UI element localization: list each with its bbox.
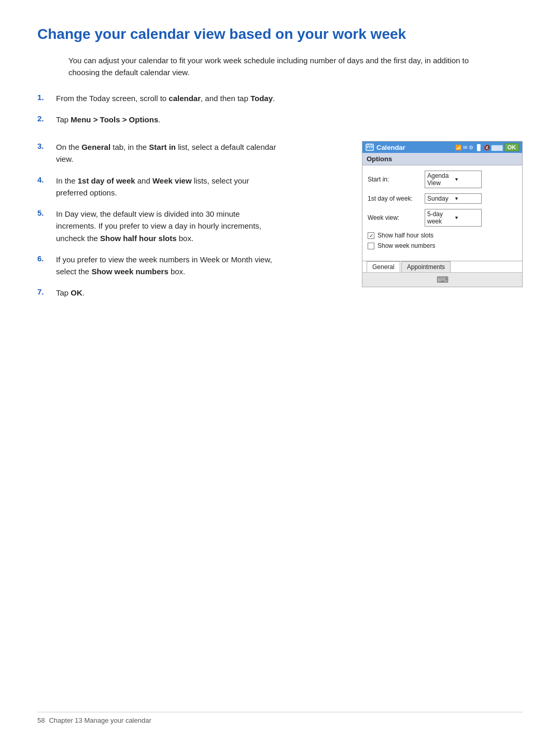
tab-appointments[interactable]: Appointments — [401, 261, 451, 272]
steps-with-screenshot: 3. On the General tab, in the Start in l… — [37, 141, 523, 308]
titlebar-left: Calendar — [366, 143, 405, 151]
svg-rect-5 — [369, 147, 370, 148]
page-footer: 58 Chapter 13 Manage your calendar — [37, 712, 523, 724]
step-content-2: Tap Menu > Tools > Options. — [56, 114, 160, 125]
checkbox-label-half-hour: Show half hour slots — [377, 232, 433, 239]
option-row-first-day: 1st day of week: Sunday ▼ — [368, 193, 517, 204]
option-select-start-in[interactable]: Agenda View ▼ — [425, 171, 482, 188]
checkbox-week-numbers[interactable] — [368, 243, 374, 249]
step-content-3: On the General tab, in the Start in list… — [56, 141, 279, 165]
step-number-5: 5. — [37, 208, 56, 217]
volume-icon: 🔇 — [484, 145, 490, 150]
steps-1-2: 1. From the Today screen, scroll to cale… — [37, 92, 523, 126]
ok-button[interactable]: OK — [505, 143, 520, 151]
option-select-first-day[interactable]: Sunday ▼ — [425, 193, 482, 204]
checkbox-label-week-numbers: Show week numbers — [377, 242, 435, 249]
step-content-4: In the 1st day of week and Week view lis… — [56, 175, 279, 199]
step-number-4: 4. — [37, 175, 56, 184]
checkbox-row-half-hour: Show half hour slots — [368, 232, 517, 239]
step-number-3: 3. — [37, 141, 56, 150]
option-label-start-in: Start in: — [368, 176, 425, 183]
tabs-row: General Appointments — [362, 261, 522, 272]
titlebar-app-name: Calendar — [376, 144, 405, 151]
checkbox-half-hour[interactable] — [368, 232, 374, 239]
signal-bars: ▐▌ — [475, 144, 482, 150]
option-value-week-view: 5-day week — [427, 210, 452, 225]
option-label-first-day: 1st day of week: — [368, 195, 425, 202]
option-value-start-in: Agenda View — [427, 172, 452, 187]
checkbox-row-week-numbers: Show week numbers — [368, 242, 517, 249]
step-number-7: 7. — [37, 287, 56, 296]
page-title: Change your calendar view based on your … — [37, 25, 523, 43]
step-content-1: From the Today screen, scroll to calenda… — [56, 92, 275, 104]
step-7: 7. Tap OK. — [37, 287, 346, 299]
options-body: Start in: Agenda View ▼ 1st day of week:… — [362, 165, 522, 256]
option-value-first-day: Sunday — [427, 195, 452, 202]
email-icon: ✉ — [463, 145, 467, 150]
svg-rect-6 — [371, 147, 372, 148]
titlebar: Calendar 📶 ✉ ⚙ ▐▌ 🔇 ▓▓▓ OK — [362, 142, 522, 153]
step-number-6: 6. — [37, 254, 56, 263]
keyboard-icon: ⌨ — [437, 275, 449, 285]
screenshot-mockup: Calendar 📶 ✉ ⚙ ▐▌ 🔇 ▓▓▓ OK Options Start… — [362, 141, 523, 287]
bluetooth-icon: ⚙ — [469, 145, 473, 150]
step-2: 2. Tap Menu > Tools > Options. — [37, 114, 523, 125]
tab-general[interactable]: General — [367, 261, 400, 272]
dropdown-arrow-week-view: ▼ — [454, 215, 479, 220]
step-number-1: 1. — [37, 92, 56, 102]
intro-paragraph: You can adjust your calendar to fit your… — [68, 54, 494, 79]
options-header: Options — [362, 153, 522, 165]
antenna-icon: 📶 — [455, 145, 461, 150]
titlebar-icons: 📶 ✉ ⚙ ▐▌ 🔇 ▓▓▓ OK — [455, 143, 519, 151]
option-label-week-view: Week view: — [368, 214, 425, 221]
steps-left: 3. On the General tab, in the Start in l… — [37, 141, 346, 308]
footer-chapter: Chapter 13 Manage your calendar — [49, 716, 151, 724]
calendar-icon — [366, 143, 374, 151]
option-select-week-view[interactable]: 5-day week ▼ — [425, 209, 482, 227]
footer-page-number: 58 — [37, 716, 45, 724]
keyboard-row: ⌨ — [362, 272, 522, 287]
step-1: 1. From the Today screen, scroll to cale… — [37, 92, 523, 104]
dropdown-arrow-start-in: ▼ — [454, 177, 479, 182]
step-5: 5. In Day view, the default view is divi… — [37, 208, 346, 244]
svg-rect-4 — [367, 147, 368, 148]
dropdown-arrow-first-day: ▼ — [454, 196, 479, 201]
step-content-5: In Day view, the default view is divided… — [56, 208, 279, 244]
step-4: 4. In the 1st day of week and Week view … — [37, 175, 346, 199]
step-3: 3. On the General tab, in the Start in l… — [37, 141, 346, 165]
step-content-7: Tap OK. — [56, 287, 85, 299]
step-content-6: If you prefer to view the week numbers i… — [56, 254, 279, 278]
step-number-2: 2. — [37, 114, 56, 123]
battery-icon: ▓▓▓ — [492, 145, 503, 150]
option-row-week-view: Week view: 5-day week ▼ — [368, 209, 517, 227]
option-row-start-in: Start in: Agenda View ▼ — [368, 171, 517, 188]
step-6: 6. If you prefer to view the week number… — [37, 254, 346, 278]
